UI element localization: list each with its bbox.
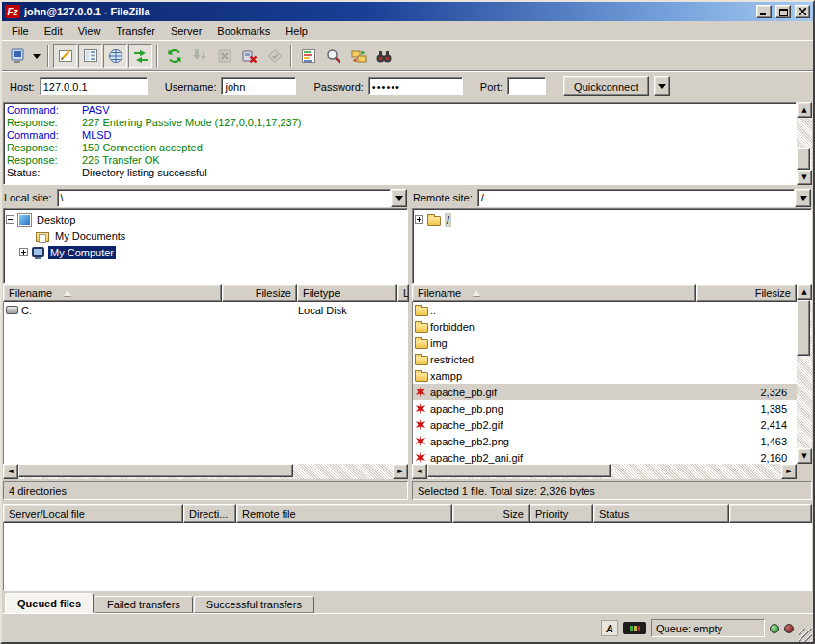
scrollbar-track[interactable] xyxy=(18,464,393,479)
scrollbar-thumb[interactable] xyxy=(18,464,293,477)
scrollbar-track[interactable] xyxy=(797,300,812,448)
remote-file-row[interactable]: xampp xyxy=(413,367,797,384)
expand-icon[interactable] xyxy=(19,248,28,256)
scroll-up-icon[interactable]: ▲ xyxy=(797,284,812,300)
column-header-remote-file[interactable]: Remote file xyxy=(236,504,452,523)
remote-file-row[interactable]: forbidden xyxy=(413,318,797,335)
tree-item-desktop[interactable]: Desktop xyxy=(6,211,405,228)
collapse-icon[interactable] xyxy=(6,215,14,224)
scroll-up-icon[interactable]: ▲ xyxy=(797,102,812,118)
column-header-direction[interactable]: Directi... xyxy=(183,504,236,523)
remote-file-row[interactable]: apache_pb.png 1,385 xyxy=(413,400,797,416)
menu-item[interactable]: View xyxy=(70,23,109,39)
column-header-size[interactable]: Size xyxy=(452,504,530,523)
directory-comparison-button[interactable] xyxy=(346,44,370,68)
password-input[interactable] xyxy=(368,77,463,95)
transfer-type-indicator[interactable]: A xyxy=(601,620,618,636)
log-line: Response: 226 Transfer OK xyxy=(7,154,793,167)
disconnect-button[interactable] xyxy=(237,44,261,68)
remote-vertical-scrollbar[interactable]: ▲ ▼ xyxy=(797,284,812,464)
scroll-left-icon[interactable]: ◄ xyxy=(3,464,18,479)
column-header-filename[interactable]: Filename xyxy=(3,284,222,302)
my-computer-icon xyxy=(32,247,44,257)
remote-file-row[interactable]: apache_pb2.gif 2,414 xyxy=(413,416,797,433)
scrollbar-track[interactable] xyxy=(427,464,781,479)
scrollbar-thumb[interactable] xyxy=(797,148,810,170)
column-header-priority[interactable]: Priority xyxy=(530,504,593,523)
toggle-message-log-button[interactable] xyxy=(53,44,77,68)
menu-item[interactable]: Bookmarks xyxy=(209,23,278,39)
tree-item-my-documents[interactable]: My Documents xyxy=(19,228,405,244)
toggle-transfer-queue-button[interactable] xyxy=(128,44,152,68)
scroll-left-icon[interactable]: ◄ xyxy=(412,464,427,479)
tree-label[interactable]: Desktop xyxy=(35,213,77,227)
remote-file-row[interactable]: img xyxy=(413,335,797,351)
quickconnect-dropdown-button[interactable] xyxy=(654,76,670,96)
tree-label[interactable]: My Documents xyxy=(53,229,127,243)
queue-tab[interactable]: Failed transfers xyxy=(95,596,193,613)
local-horizontal-scrollbar[interactable]: ◄ ► xyxy=(3,464,408,479)
refresh-button[interactable] xyxy=(162,44,186,68)
expand-icon[interactable] xyxy=(415,215,423,224)
menu-item[interactable]: Server xyxy=(163,23,209,39)
local-site-dropdown-button[interactable] xyxy=(391,189,407,207)
scroll-right-icon[interactable]: ► xyxy=(393,464,408,479)
menu-item[interactable]: Help xyxy=(278,23,315,39)
column-header-status[interactable]: Status xyxy=(593,504,729,523)
remote-site-value[interactable]: / xyxy=(477,189,795,207)
tree-label[interactable]: / xyxy=(445,213,451,227)
reconnect-button[interactable] xyxy=(262,44,286,68)
scrollbar-thumb[interactable] xyxy=(797,300,810,356)
username-input[interactable] xyxy=(221,77,296,95)
scrollbar-thumb[interactable] xyxy=(427,464,611,477)
tree-label[interactable]: My Computer xyxy=(48,246,116,259)
remote-file-row[interactable]: apache_pb2.png 1,463 xyxy=(413,433,797,449)
maximize-button[interactable] xyxy=(775,5,791,18)
file-search-button[interactable] xyxy=(371,44,395,68)
minimize-button[interactable] xyxy=(756,5,772,18)
column-header-filesize[interactable]: Filesize xyxy=(222,284,297,302)
column-header-filename[interactable]: Filename xyxy=(412,284,696,302)
host-input[interactable] xyxy=(40,77,148,95)
scroll-down-icon[interactable]: ▼ xyxy=(797,170,812,185)
remote-file-row[interactable]: apache_pb.gif 2,326 xyxy=(413,384,797,400)
local-file-row[interactable]: C: Local Disk xyxy=(4,302,408,318)
tree-item-root[interactable]: / xyxy=(415,211,809,228)
remote-file-row[interactable]: apache_pb2_ani.gif 2,160 xyxy=(413,449,797,464)
tree-item-my-computer[interactable]: My Computer xyxy=(19,244,405,260)
cancel-operation-button[interactable] xyxy=(212,44,236,68)
remote-horizontal-scrollbar[interactable]: ◄ ► xyxy=(412,464,797,479)
column-header-filetype[interactable]: Filetype xyxy=(297,284,397,302)
directory-listing-filter-button[interactable] xyxy=(296,44,320,68)
toggle-remote-tree-button[interactable] xyxy=(103,44,127,68)
remote-file-row[interactable]: .. xyxy=(413,302,797,318)
close-button[interactable] xyxy=(795,5,810,18)
scroll-right-icon[interactable]: ► xyxy=(781,464,797,479)
remote-site-dropdown-button[interactable] xyxy=(795,189,811,207)
column-header-server-local-file[interactable]: Server/Local file xyxy=(3,504,183,523)
find-files-button[interactable] xyxy=(321,44,345,68)
chevron-down-icon xyxy=(800,196,807,201)
port-input[interactable] xyxy=(507,77,546,95)
process-queue-button[interactable] xyxy=(187,44,211,68)
queue-tab[interactable]: Queued files xyxy=(5,593,94,613)
scrollbar-track[interactable] xyxy=(797,118,812,170)
site-manager-button[interactable] xyxy=(5,44,29,68)
remote-file-row[interactable]: restricted xyxy=(413,351,797,367)
log-scrollbar[interactable]: ▲ ▼ xyxy=(797,102,812,185)
resize-grip[interactable] xyxy=(799,629,812,642)
local-site-combo[interactable]: \ xyxy=(57,189,407,207)
speed-limits-indicator[interactable] xyxy=(623,622,646,634)
menu-item[interactable]: Edit xyxy=(37,23,70,39)
site-manager-dropdown-button[interactable] xyxy=(30,44,43,68)
menu-item[interactable]: Transfer xyxy=(108,23,163,39)
toggle-local-tree-button[interactable] xyxy=(78,44,102,68)
remote-site-combo[interactable]: / xyxy=(477,189,811,207)
queue-tab[interactable]: Successful transfers xyxy=(194,596,314,613)
menu-item[interactable]: File xyxy=(4,23,37,39)
column-header-filesize[interactable]: Filesize xyxy=(696,284,797,302)
log-line: Response: 150 Connection accepted xyxy=(7,142,793,154)
local-site-value[interactable]: \ xyxy=(57,189,391,207)
scroll-down-icon[interactable]: ▼ xyxy=(797,448,812,464)
quickconnect-button[interactable]: Quickconnect xyxy=(563,76,649,96)
